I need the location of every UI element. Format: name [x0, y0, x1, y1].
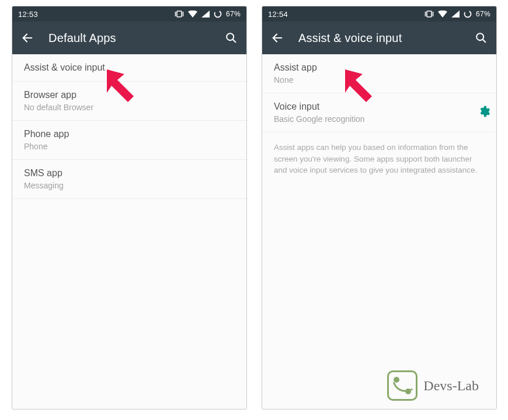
row-sms-app[interactable]: SMS app Messaging	[12, 160, 246, 199]
row-assist-voice-input[interactable]: Assist & voice input	[12, 54, 246, 82]
watermark-text: Devs-Lab.com	[246, 208, 247, 264]
svg-rect-0	[177, 11, 182, 17]
clock: 12:53	[18, 10, 38, 19]
action-bar: Assist & voice input	[262, 22, 496, 54]
wifi-icon	[438, 10, 447, 18]
back-icon[interactable]	[270, 31, 284, 45]
status-bar: 12:53 67%	[12, 6, 246, 22]
watermark-text: Devs-Lab.com	[496, 208, 497, 264]
row-browser-app[interactable]: Browser app No default Browser	[12, 82, 246, 121]
row-phone-app[interactable]: Phone app Phone	[12, 121, 246, 160]
row-value: Messaging	[24, 181, 235, 190]
action-bar: Default Apps	[12, 22, 246, 54]
row-assist-app[interactable]: Assist app None	[262, 54, 496, 93]
search-icon[interactable]	[224, 31, 238, 45]
search-icon[interactable]	[474, 31, 488, 45]
brand-logo: Devs-Lab	[387, 370, 479, 401]
gear-icon[interactable]	[478, 105, 490, 120]
row-voice-input[interactable]: Voice input Basic Google recognition	[262, 93, 496, 132]
vibrate-icon	[175, 10, 184, 18]
row-label: Assist app	[274, 62, 485, 73]
svg-line-6	[233, 40, 236, 43]
status-bar: 12:54 67%	[262, 6, 496, 22]
row-label: Assist & voice input	[24, 62, 235, 73]
battery-text: 67%	[226, 10, 241, 18]
page-title: Assist & voice input	[298, 32, 460, 45]
clock: 12:54	[268, 10, 288, 19]
signal-icon	[451, 10, 460, 18]
row-label: SMS app	[24, 168, 235, 178]
row-value: Basic Google recognition	[274, 114, 465, 124]
row-value: No default Browser	[24, 103, 235, 112]
signal-icon	[201, 10, 210, 18]
page-title: Default Apps	[48, 32, 210, 45]
row-label: Voice input	[274, 102, 465, 112]
svg-point-3	[215, 11, 221, 18]
svg-point-11	[465, 11, 471, 18]
settings-list: Assist & voice input Browser app No defa…	[12, 54, 246, 199]
vibrate-icon	[425, 10, 434, 18]
wifi-icon	[188, 10, 197, 18]
phone-default-apps: 12:53 67% Default Apps	[12, 6, 247, 410]
status-icons: 67%	[175, 10, 241, 18]
settings-list: Assist app None Voice input Basic Google…	[262, 54, 496, 186]
svg-rect-8	[427, 11, 432, 17]
status-icons: 67%	[425, 10, 490, 18]
back-icon[interactable]	[20, 31, 34, 45]
row-label: Browser app	[24, 90, 235, 100]
help-text: Assist apps can help you based on inform…	[262, 132, 496, 186]
battery-text: 67%	[476, 10, 490, 18]
brand-mark-icon	[387, 370, 417, 401]
phone-assist-voice-input: 12:54 67% Assist & voi	[262, 6, 497, 410]
row-label: Phone app	[24, 129, 235, 139]
spinner-icon	[464, 10, 472, 18]
spinner-icon	[214, 10, 222, 18]
brand-name: Devs-Lab	[423, 378, 479, 394]
row-value: None	[274, 75, 485, 85]
svg-line-14	[483, 40, 486, 43]
row-value: Phone	[24, 142, 235, 151]
